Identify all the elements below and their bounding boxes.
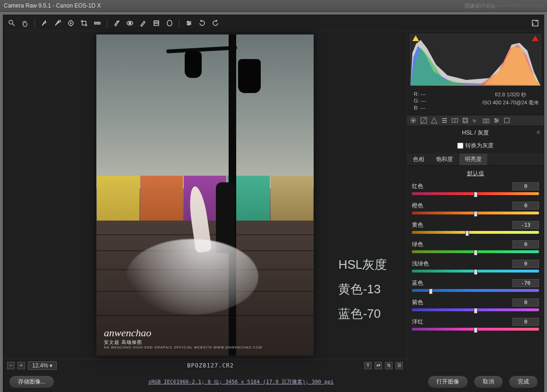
preview-bottombar: − + 12.4% ▾ BPOZ8127.CR2 Y ⇄ ⇅ ☰ [3,359,407,371]
histogram[interactable] [410,34,541,86]
hand-tool[interactable] [20,18,30,28]
zoom-level[interactable]: 12.4% ▾ [28,361,57,370]
adjustment-brush-tool[interactable] [138,18,148,28]
preferences-tool[interactable] [184,18,194,28]
save-image-button[interactable]: 存储图像... [9,375,54,388]
preview-prefs-icon[interactable]: ☰ [395,362,403,369]
slider-value-yellow[interactable]: -13 [513,221,539,229]
slider-thumb-magenta[interactable] [474,327,478,333]
slider-value-red[interactable]: 0 [513,182,539,190]
slider-label-blue: 蓝色 [412,279,423,287]
svg-point-42 [497,120,498,121]
tab-split[interactable] [451,117,459,124]
slider-thumb-orange[interactable] [474,211,478,217]
slider-thumb-green[interactable] [474,250,478,256]
zoom-out-button[interactable]: − [7,362,15,369]
svg-text:fx: fx [473,119,477,123]
zoom-in-button[interactable]: + [17,362,25,369]
straighten-tool[interactable] [93,18,102,28]
slider-track-red[interactable] [412,192,539,197]
before-after-toggle[interactable]: ⇄ [375,362,382,369]
rotate-cw-tool[interactable] [211,18,220,28]
slider-blue[interactable]: 蓝色-70 [412,279,539,294]
exif-iso-lens: ISO 400 24-70@24 毫米 [482,99,539,107]
slider-track-orange[interactable] [412,212,539,216]
panel-menu-icon[interactable]: ≡ [537,129,540,136]
convert-grayscale-row[interactable]: 转换为灰度 [407,140,544,153]
slider-track-magenta[interactable] [412,328,539,332]
slider-value-orange[interactable]: 0 [513,202,539,210]
subtab-saturation[interactable]: 饱和度 [430,153,459,165]
preview-canvas[interactable]: anwenchao 安文超 高端修图 AN WENCHAO HIGH-END G… [3,31,407,359]
tab-basic[interactable] [409,117,418,124]
photo-watermark: anwenchao 安文超 高端修图 AN WENCHAO HIGH-END G… [104,327,262,349]
slider-track-green[interactable] [412,250,539,255]
slider-track-blue[interactable] [412,289,539,294]
open-image-button[interactable]: 打开图像 [427,375,468,388]
svg-point-4 [70,23,71,24]
slider-red[interactable]: 红色0 [412,182,539,197]
white-balance-tool[interactable] [40,18,49,28]
highlight-clip-icon[interactable] [532,35,538,41]
fullscreen-toggle[interactable] [530,18,540,28]
color-sampler-tool[interactable] [53,18,62,28]
subtab-luminance[interactable]: 明亮度 [459,153,488,165]
slider-value-green[interactable]: 0 [513,240,539,248]
slider-thumb-purple[interactable] [474,308,478,314]
tab-camera[interactable] [482,117,490,124]
slider-thumb-blue[interactable] [429,289,433,294]
svg-point-13 [129,22,131,24]
photo-preview: anwenchao 安文超 高端修图 AN WENCHAO HIGH-END G… [96,34,314,356]
spot-removal-tool[interactable] [112,18,121,28]
graduated-filter-tool[interactable] [152,18,161,28]
slider-label-aqua: 浅绿色 [412,260,429,268]
slider-value-magenta[interactable]: 0 [513,318,539,326]
tab-snapshots[interactable] [503,117,511,124]
slider-orange[interactable]: 橙色0 [412,202,539,216]
svg-rect-34 [464,119,467,122]
exif-b: B: --- [414,104,426,111]
subtab-hue[interactable]: 色相 [407,153,430,165]
main-frame: anwenchao 安文超 高端修图 AN WENCHAO HIGH-END G… [3,15,544,392]
slider-track-aqua[interactable] [412,270,539,274]
slider-value-purple[interactable]: 0 [513,298,539,307]
tab-presets[interactable] [492,117,501,124]
redeye-tool[interactable] [125,18,135,28]
tab-detail[interactable] [430,117,438,124]
slider-label-purple: 紫色 [412,298,423,307]
slider-green[interactable]: 绿色0 [412,240,539,255]
slider-track-yellow[interactable] [412,231,539,236]
rotate-ccw-tool[interactable] [197,18,207,28]
top-watermark: 思缘设计论坛 WWW.MISSYUAN.COM [464,2,543,9]
before-after-swap[interactable]: ⇅ [385,362,393,369]
slider-aqua[interactable]: 浅绿色0 [412,260,539,274]
svg-point-43 [496,121,497,123]
slider-thumb-red[interactable] [474,192,478,197]
slider-thumb-yellow[interactable] [465,230,469,236]
before-after-y[interactable]: Y [364,362,372,369]
overlay-annotations: HSL灰度 黄色-13 蓝色-70 [338,252,387,326]
slider-track-purple[interactable] [412,308,539,313]
tab-lens[interactable] [461,117,470,124]
svg-point-3 [68,21,73,26]
zoom-tool[interactable] [7,18,17,28]
defaults-link[interactable]: 默认值 [407,166,544,181]
workflow-options-link[interactable]: sRGB IEC61966-2.1; 8 位; 3456 x 5184 (17.… [60,378,422,385]
radial-filter-tool[interactable] [165,18,174,28]
slider-thumb-aqua[interactable] [474,269,478,275]
slider-value-blue[interactable]: -70 [513,279,539,287]
cancel-button[interactable]: 取消 [474,375,503,388]
targeted-adjust-tool[interactable] [66,18,76,28]
convert-grayscale-checkbox[interactable] [457,143,463,149]
done-button[interactable]: 完成 [509,375,538,388]
tab-curve[interactable] [419,117,428,124]
tab-hsl[interactable] [440,117,449,124]
svg-point-37 [485,119,487,122]
slider-magenta[interactable]: 洋红0 [412,318,539,332]
slider-purple[interactable]: 紫色0 [412,298,539,313]
tab-fx[interactable]: fx [471,117,480,124]
shadow-clip-icon[interactable] [412,35,419,41]
slider-value-aqua[interactable]: 0 [513,260,539,268]
crop-tool[interactable] [79,18,89,28]
slider-yellow[interactable]: 黄色-13 [412,221,539,236]
